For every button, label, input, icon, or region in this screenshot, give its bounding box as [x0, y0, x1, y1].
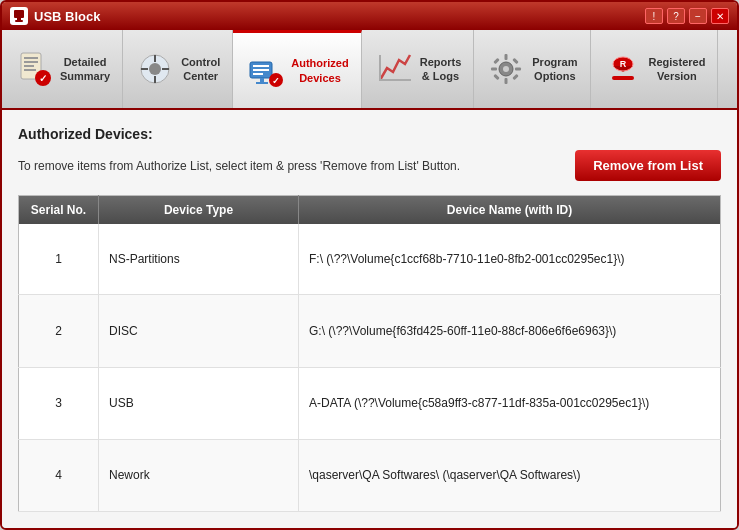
svg-rect-15 — [162, 68, 169, 70]
svg-rect-25 — [379, 55, 381, 81]
svg-rect-7 — [24, 69, 36, 71]
svg-rect-4 — [24, 57, 38, 59]
section-title: Authorized Devices: — [18, 126, 721, 142]
content-area: Authorized Devices: To remove items from… — [2, 110, 737, 528]
close-button[interactable]: ✕ — [711, 8, 729, 24]
control-center-icon — [135, 49, 175, 89]
svg-rect-24 — [379, 79, 411, 81]
nav-program-options[interactable]: ProgramOptions — [474, 30, 590, 108]
cell-device-name: F:\ (\??\Volume{c1ccf68b-7710-11e0-8fb2-… — [299, 224, 721, 295]
cell-serial: 2 — [19, 295, 99, 367]
minimize-button[interactable]: − — [689, 8, 707, 24]
detailed-summary-label: DetailedSummary — [60, 55, 110, 84]
table-row[interactable]: 1NS-PartitionsF:\ (\??\Volume{c1ccf68b-7… — [19, 224, 721, 295]
svg-rect-13 — [154, 76, 156, 83]
svg-rect-34 — [494, 74, 500, 80]
control-center-label: ControlCenter — [181, 55, 220, 84]
svg-rect-6 — [24, 65, 34, 67]
svg-rect-20 — [260, 78, 264, 82]
cell-serial: 3 — [19, 367, 99, 439]
cell-type: USB — [99, 367, 299, 439]
svg-rect-29 — [505, 78, 508, 84]
window-controls: ! ? − ✕ — [645, 8, 729, 24]
svg-text:R: R — [619, 59, 626, 69]
svg-rect-2 — [15, 20, 23, 22]
cell-device-name: \qaserver\QA Softwares\ (\qaserver\QA So… — [299, 439, 721, 511]
col-header-serial: Serial No. — [19, 196, 99, 225]
cell-serial: 4 — [19, 439, 99, 511]
svg-rect-35 — [513, 74, 519, 80]
program-options-label: ProgramOptions — [532, 55, 577, 84]
svg-rect-19 — [253, 73, 263, 75]
svg-point-27 — [503, 66, 509, 72]
svg-rect-12 — [154, 55, 156, 62]
instruction-text: To remove items from Authorize List, sel… — [18, 159, 460, 173]
svg-rect-30 — [491, 68, 497, 71]
table-row[interactable]: 3USBA-DATA (\??\Volume{c58a9ff3-c877-11d… — [19, 367, 721, 439]
toolbar: ✓ DetailedSummary ControlCenter — [2, 30, 737, 110]
title-bar: USB Block ! ? − ✕ — [2, 2, 737, 30]
svg-text:✓: ✓ — [39, 73, 47, 84]
authorized-devices-label: AuthorizedDevices — [291, 56, 348, 85]
svg-point-11 — [149, 63, 161, 75]
svg-rect-32 — [494, 58, 500, 64]
nav-control-center[interactable]: ControlCenter — [123, 30, 233, 108]
nav-detailed-summary[interactable]: ✓ DetailedSummary — [2, 30, 123, 108]
svg-rect-21 — [256, 82, 268, 84]
svg-rect-14 — [141, 68, 148, 70]
authorized-devices-icon: ✓ — [245, 51, 285, 91]
detailed-summary-icon: ✓ — [14, 49, 54, 89]
cell-serial: 1 — [19, 224, 99, 295]
svg-rect-31 — [515, 68, 521, 71]
registered-version-label: RegisteredVersion — [649, 55, 706, 84]
svg-rect-28 — [505, 54, 508, 60]
reports-logs-label: Reports& Logs — [420, 55, 462, 84]
cell-type: DISC — [99, 295, 299, 367]
alert-button[interactable]: ! — [645, 8, 663, 24]
remove-from-list-button[interactable]: Remove from List — [575, 150, 721, 181]
svg-text:✓: ✓ — [272, 76, 280, 86]
registered-version-icon: R — [603, 49, 643, 89]
instruction-row: To remove items from Authorize List, sel… — [18, 150, 721, 181]
svg-rect-33 — [513, 58, 519, 64]
app-icon — [10, 7, 28, 25]
device-table: Serial No. Device Type Device Name (with… — [18, 195, 721, 512]
cell-type: NS-Partitions — [99, 224, 299, 295]
svg-rect-5 — [24, 61, 38, 63]
help-button[interactable]: ? — [667, 8, 685, 24]
window-title: USB Block — [34, 9, 645, 24]
table-row[interactable]: 2DISCG:\ (\??\Volume{f63fd425-60ff-11e0-… — [19, 295, 721, 367]
col-header-type: Device Type — [99, 196, 299, 225]
main-window: USB Block ! ? − ✕ ✓ DetailedSumm — [0, 0, 739, 530]
nav-registered-version[interactable]: R RegisteredVersion — [591, 30, 719, 108]
cell-device-name: A-DATA (\??\Volume{c58a9ff3-c877-11df-83… — [299, 367, 721, 439]
nav-authorized-devices[interactable]: ✓ AuthorizedDevices — [233, 30, 361, 108]
nav-reports-logs[interactable]: Reports& Logs — [362, 30, 475, 108]
cell-device-name: G:\ (\??\Volume{f63fd425-60ff-11e0-88cf-… — [299, 295, 721, 367]
svg-rect-18 — [253, 69, 269, 71]
table-row[interactable]: 4Nework\qaserver\QA Softwares\ (\qaserve… — [19, 439, 721, 511]
col-header-name: Device Name (with ID) — [299, 196, 721, 225]
svg-rect-0 — [14, 10, 24, 18]
svg-rect-40 — [612, 76, 634, 80]
table-header-row: Serial No. Device Type Device Name (with… — [19, 196, 721, 225]
svg-rect-17 — [253, 65, 269, 67]
program-options-icon — [486, 49, 526, 89]
reports-logs-icon — [374, 49, 414, 89]
cell-type: Nework — [99, 439, 299, 511]
